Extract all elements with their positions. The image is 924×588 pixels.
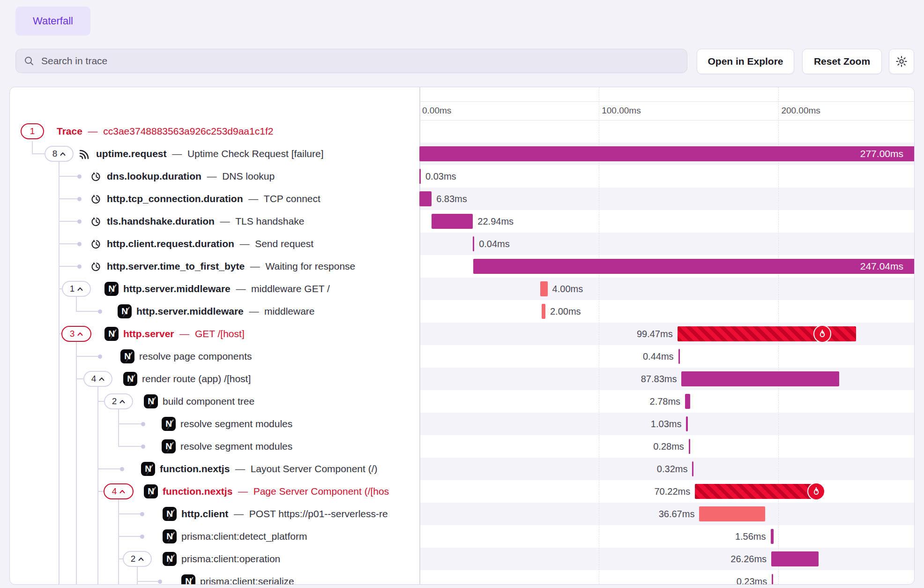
clock-history-icon — [90, 193, 102, 204]
flame-icon — [813, 325, 831, 343]
span-duration-bar[interactable] — [689, 439, 690, 454]
span-count-badge[interactable]: 2 — [123, 551, 152, 567]
tree-connector — [76, 378, 83, 379]
span-row-label[interactable]: resolve segment modules — [180, 413, 419, 435]
span-duration-bar[interactable] — [678, 349, 680, 364]
nextjs-icon: N — [144, 484, 158, 498]
row-background-stripe — [419, 548, 914, 570]
span-duration-bar[interactable] — [681, 371, 839, 386]
span-duration-bar[interactable] — [685, 394, 690, 409]
tab-waterfall-label: Waterfall — [33, 15, 73, 27]
sentry-icon — [78, 147, 91, 160]
separator-dash: — — [167, 148, 187, 159]
span-duration-bar[interactable] — [432, 214, 473, 229]
span-duration-bar[interactable] — [419, 169, 421, 184]
span-duration-bar[interactable] — [772, 574, 773, 585]
span-count-badge[interactable]: 2 — [104, 393, 133, 409]
duration-label: 0.44ms — [643, 345, 674, 368]
span-row-label[interactable]: http.server — GET /[host] — [123, 323, 419, 345]
span-row-label[interactable]: resolve page components — [139, 345, 419, 368]
span-row-label[interactable]: tls.handshake.duration — TLS handshake — [107, 210, 419, 233]
duration-label: 2.78ms — [650, 390, 681, 413]
span-row-label[interactable]: render route (app) /[host] — [142, 368, 419, 390]
span-duration-bar[interactable] — [771, 529, 774, 544]
duration-label: 0.23ms — [737, 570, 768, 585]
span-count-badge[interactable]: 1 — [21, 123, 44, 139]
separator-dash: — — [82, 126, 103, 136]
span-row-label[interactable]: function.nextjs — Page Server Component … — [163, 480, 419, 503]
span-duration-bar[interactable] — [695, 484, 821, 499]
badge-count: 2 — [131, 554, 136, 564]
span-row-label[interactable]: prisma:client:detect_platform — [181, 525, 419, 548]
span-row-label[interactable]: http.server.middleware — middleware — [136, 300, 419, 323]
span-row-label[interactable]: http.tcp_connection.duration — TCP conne… — [107, 188, 419, 210]
span-count-badge[interactable]: 3 — [61, 326, 91, 342]
span-op-name: function.nextjs — [160, 463, 230, 474]
span-row-label[interactable]: http.server.time_to_first_byte — Waiting… — [107, 255, 419, 278]
separator-dash: — — [230, 463, 250, 474]
time-gridline — [599, 87, 599, 584]
duration-label: 0.04ms — [479, 233, 510, 255]
tree-connector — [97, 491, 104, 492]
nextjs-icon: N — [162, 439, 176, 453]
separator-dash: — — [201, 171, 222, 181]
span-row-label[interactable]: prisma:client:serialize — [200, 570, 419, 585]
span-duration-bar[interactable] — [771, 551, 819, 566]
tree-connector — [97, 387, 98, 585]
tree-connector — [76, 356, 98, 357]
tab-waterfall[interactable]: Waterfall — [15, 7, 90, 36]
span-row-label[interactable]: build component tree — [163, 390, 419, 413]
settings-button[interactable] — [889, 49, 914, 74]
reset-zoom-label: Reset Zoom — [814, 56, 870, 67]
nextjs-icon: N — [118, 304, 132, 318]
span-duration-bar[interactable] — [473, 236, 474, 251]
span-row-label[interactable]: uptime.request — Uptime Check Request [f… — [96, 143, 419, 165]
nextjs-icon: N — [104, 282, 119, 296]
trace-search[interactable] — [15, 49, 687, 73]
span-row-label[interactable]: prisma:client:operation — [181, 548, 419, 570]
span-duration-bar[interactable] — [699, 506, 765, 521]
duration-label: 99.47ms — [637, 323, 673, 345]
tree-connector — [118, 558, 123, 559]
nextjs-icon: N — [163, 507, 177, 521]
span-count-badge[interactable]: 8 — [45, 146, 74, 162]
span-duration-bar[interactable] — [419, 146, 915, 161]
tree-connector — [59, 221, 77, 222]
span-row-label[interactable]: http.client — POST https://p01--serverle… — [181, 503, 419, 525]
span-duration-bar[interactable] — [686, 416, 688, 431]
span-row-label[interactable]: http.server.middleware — middleware GET … — [123, 278, 419, 300]
duration-label: 2.00ms — [550, 300, 581, 323]
open-in-explore-label: Open in Explore — [708, 56, 783, 67]
reset-zoom-button[interactable]: Reset Zoom — [802, 49, 882, 74]
tree-connector — [32, 141, 33, 154]
tree-bullet-icon — [158, 580, 162, 584]
span-count-badge[interactable]: 4 — [83, 371, 112, 387]
span-description: TLS handshake — [235, 216, 304, 226]
separator-dash: — — [228, 508, 249, 519]
span-duration-bar[interactable] — [542, 304, 545, 319]
span-description: middleware GET / — [251, 283, 330, 294]
span-op-name: resolve segment modules — [180, 441, 292, 452]
span-row-label[interactable]: function.nextjs — Layout Server Componen… — [160, 458, 419, 480]
span-count-badge[interactable]: 1 — [62, 281, 91, 297]
search-input[interactable] — [40, 55, 679, 67]
badge-count: 3 — [70, 329, 75, 339]
span-duration-bar[interactable] — [473, 259, 915, 274]
span-duration-bar[interactable] — [692, 461, 693, 476]
span-row-label[interactable]: http.client.request.duration — Send requ… — [107, 233, 419, 255]
duration-label: 1.56ms — [735, 525, 766, 548]
span-duration-bar[interactable] — [540, 281, 547, 296]
tree-connector — [118, 499, 119, 585]
span-row-label[interactable]: resolve segment modules — [180, 435, 419, 458]
open-in-explore-button[interactable]: Open in Explore — [697, 49, 794, 74]
row-background-stripe — [419, 188, 914, 210]
tree-connector — [118, 409, 119, 446]
span-row-label[interactable]: Trace — cc3ae3748883563a926c253d9aa1c1f2 — [57, 120, 419, 143]
separator-dash: — — [174, 328, 195, 339]
tree-bullet-icon — [77, 242, 82, 246]
span-duration-bar[interactable] — [419, 191, 432, 206]
tree-bullet-icon — [98, 309, 102, 314]
separator-dash: — — [215, 216, 235, 226]
span-count-badge[interactable]: 4 — [104, 483, 134, 499]
span-row-label[interactable]: dns.lookup.duration — DNS lookup — [107, 165, 419, 188]
